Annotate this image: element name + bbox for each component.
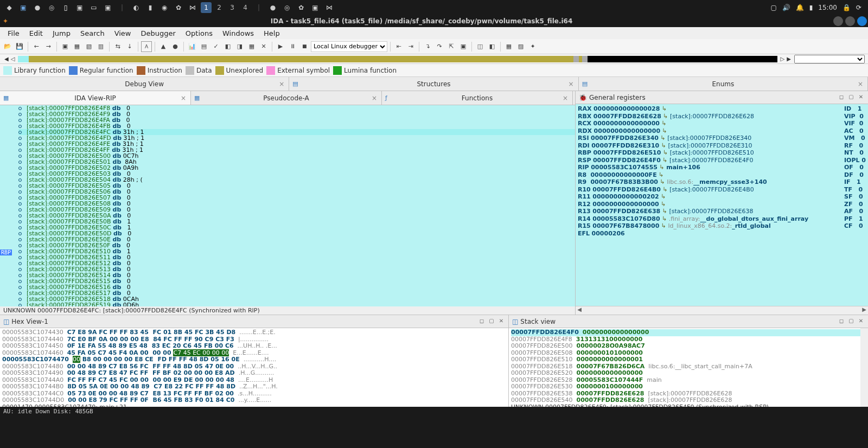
delete-button[interactable]: ✕ (258, 41, 269, 52)
task-app-anim-icon[interactable]: ✿ (173, 2, 184, 14)
workspace-3[interactable]: 3 (227, 2, 238, 13)
menu-jump[interactable]: Jump (48, 28, 75, 39)
tb-btn-7[interactable]: ✓ (210, 41, 221, 52)
task-app-files-icon[interactable]: ▭ (88, 2, 100, 14)
register-r12[interactable]: R12 0000000000000000 ↳ (578, 201, 866, 208)
sub-tab-ida-view-rip[interactable]: ▦IDA View-RIP× (0, 91, 191, 105)
stop-button[interactable]: ⏹ (299, 41, 310, 52)
save-button[interactable]: 💾 (14, 41, 25, 52)
window-close-button[interactable] (857, 16, 867, 26)
workspace-2[interactable]: 2 (214, 2, 225, 13)
flag-button[interactable]: ▲ (158, 41, 169, 52)
tb-btn-4[interactable]: ▥ (95, 41, 106, 52)
register-r11[interactable]: R11 0000000000000202 ↳ (578, 193, 866, 201)
tb-btn-5[interactable]: ⇆ (112, 41, 123, 52)
register-r9[interactable]: R9 00007F67B83B3B00 ↳ libc.so.6:__memcpy… (578, 178, 866, 186)
nav-left-dbl-icon[interactable]: ◀ (3, 56, 10, 62)
task-app-bird-icon[interactable]: ◐ (130, 2, 142, 14)
tb-btn-3[interactable]: ▧ (84, 41, 94, 52)
tb-btn-13[interactable]: ◫ (475, 41, 486, 52)
tb-btn-15[interactable]: ▦ (503, 41, 514, 52)
hex-view[interactable]: 00005583C1074430 C7 E8 9A FC FF FF 83 45… (0, 328, 508, 407)
stack-scrollbar[interactable] (860, 328, 868, 407)
task-app-doc-icon[interactable]: ▯ (60, 2, 72, 14)
pause-button[interactable]: ⏸ (287, 41, 298, 52)
hex-line[interactable]: 00005583C10744D0 00 00 E8 79 FC FF FF 0F… (2, 397, 506, 404)
tb-btn-14[interactable]: ◧ (487, 41, 497, 52)
tb-btn-1[interactable]: ▣ (60, 41, 71, 52)
run-button[interactable]: ▶ (275, 41, 286, 52)
register-rcx[interactable]: RCX 0000000000000000 ↳ (578, 120, 866, 127)
tb-btn-6[interactable]: ▤ (199, 41, 209, 52)
register-r15[interactable]: R15 00007F67B8478000 ↳ ld_linux_x86_64.s… (578, 222, 866, 230)
task-app-red2-icon[interactable]: ▮ (144, 2, 156, 14)
panel-max-button[interactable]: ▢ (847, 94, 855, 101)
task-app-vscode1-icon[interactable]: ⋈ (187, 2, 199, 14)
top-tab-debug-view[interactable]: Debug View× (0, 77, 289, 91)
task-app-firefox2-icon[interactable]: ◎ (281, 2, 293, 14)
register-rbx[interactable]: RBX 00007FFDD826E628 ↳ [stack]:00007FFDD… (578, 113, 866, 120)
tray-volume-icon[interactable]: 🔊 (782, 4, 790, 11)
register-r8[interactable]: R8 00000000000000FE ↳ (578, 171, 866, 179)
circle-button[interactable]: ● (170, 41, 181, 52)
task-app-1-icon[interactable]: ▣ (17, 2, 29, 14)
register-rdi[interactable]: RDI 00007FFDD826E310 ↳ [stack]:00007FFDD… (578, 142, 866, 150)
tray-lock-icon[interactable]: 🔒 (843, 4, 851, 11)
tray-battery-icon[interactable]: ▮ (809, 4, 813, 11)
tb-btn-9[interactable]: ◨ (234, 41, 245, 52)
menu-file[interactable]: File (3, 28, 24, 39)
start-menu-icon[interactable]: ◆ (3, 2, 15, 14)
task-app-cherry1-icon[interactable]: ● (31, 2, 43, 14)
tb-btn-8[interactable]: ◧ (222, 41, 233, 52)
task-app-red1-icon[interactable]: ▣ (102, 2, 114, 14)
stack-close-button[interactable]: ✕ (857, 318, 865, 325)
tb-btn-17[interactable]: ✦ (527, 41, 538, 52)
stack-max-button[interactable]: ▢ (847, 318, 855, 325)
forward-button[interactable]: → (43, 41, 54, 52)
task-app-cherry2-icon[interactable]: ● (267, 2, 279, 14)
registers-scrollbar[interactable]: ◀▶ (576, 306, 868, 315)
register-rsp[interactable]: RSP 00007FFDD826E4F0 ↳ [stack]:00007FFDD… (578, 157, 866, 164)
top-tab-structures[interactable]: ▤Structures× (289, 77, 578, 91)
menu-search[interactable]: Search (76, 28, 109, 39)
menu-debugger[interactable]: Debugger (136, 28, 180, 39)
registers-view[interactable]: RAX 0000000000000028 ↳RBX 00007FFDD826E6… (576, 104, 868, 306)
tray-window-icon[interactable]: ▢ (770, 4, 776, 11)
sub-tab-functions[interactable]: ƒFunctions× (382, 91, 573, 105)
tab-close-icon[interactable]: × (569, 80, 574, 88)
menu-help[interactable]: Help (259, 28, 284, 39)
register-rip[interactable]: RIP 00005583C1074555 ↳ main+106 (578, 164, 866, 171)
menu-windows[interactable]: Windows (218, 28, 258, 39)
task-app-firefox-icon[interactable]: ◎ (46, 2, 58, 14)
nav-right-icon[interactable]: ▷ (780, 56, 786, 62)
task-app-vscode2-icon[interactable]: ⋈ (323, 2, 335, 14)
step-into-button[interactable]: ↴ (422, 41, 433, 52)
tb-btn-2[interactable]: ▦ (72, 41, 82, 52)
nav-select[interactable] (794, 55, 865, 63)
hex-max-button[interactable]: ▢ (488, 318, 495, 325)
tab-close-icon[interactable]: × (563, 94, 568, 102)
panel-close-button[interactable]: ✕ (857, 94, 865, 101)
text-button[interactable]: A (141, 41, 152, 52)
register-rbp[interactable]: RBP 00007FFDD826E510 ↳ [stack]:00007FFDD… (578, 149, 866, 157)
nav-right-dbl-icon[interactable]: ▶ (786, 56, 792, 62)
hex-close-button[interactable]: ✕ (497, 318, 505, 325)
tray-power-icon[interactable]: ⟳ (856, 4, 861, 11)
tab-close-icon[interactable]: × (372, 94, 377, 102)
window-maximize-button[interactable] (845, 16, 855, 26)
menu-view[interactable]: View (110, 28, 136, 39)
tb-btn-12[interactable]: ⇥ (405, 41, 416, 52)
tab-close-icon[interactable]: × (858, 80, 863, 88)
register-r14[interactable]: R14 00005583C1076D80 ↳ .fini_array:__do_… (578, 215, 866, 223)
run-to-button[interactable]: ▣ (458, 41, 469, 52)
task-app-fire-icon[interactable]: ◉ (158, 2, 170, 14)
sub-tab-pseudocode-a[interactable]: ▦Pseudocode-A× (191, 91, 382, 105)
debugger-select[interactable]: Local Linux debugger (311, 41, 387, 52)
top-tab-enums[interactable]: ▤Enums× (579, 77, 868, 91)
stack-restore-button[interactable]: ◻ (838, 318, 845, 325)
chart-button[interactable]: 📊 (187, 41, 197, 52)
back-button[interactable]: ← (31, 41, 42, 52)
nav-strip[interactable] (18, 56, 777, 62)
tb-btn-11[interactable]: ⇤ (393, 41, 404, 52)
clock[interactable]: 15:00 (818, 4, 837, 11)
